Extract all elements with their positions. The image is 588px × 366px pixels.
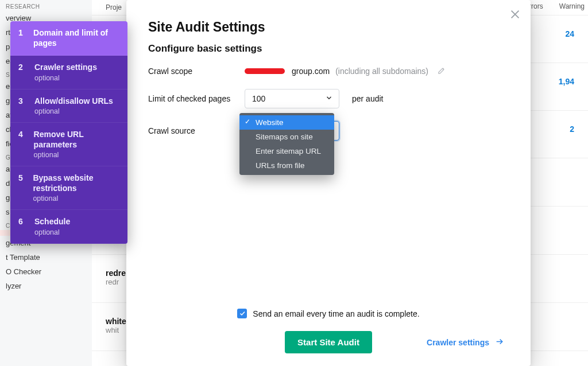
crawl-scope-label: Crawl scope xyxy=(148,67,245,76)
step-number: 1 xyxy=(18,28,25,48)
check-icon xyxy=(239,309,246,318)
row-warnings: 24 xyxy=(551,29,574,38)
step-title: Schedule xyxy=(34,217,70,227)
close-button[interactable] xyxy=(509,8,521,21)
crawl-source-option-sitemaps[interactable]: Sitemaps on site xyxy=(239,130,334,144)
step-number: 5 xyxy=(18,173,25,203)
step-number: 4 xyxy=(18,130,26,159)
step-subtitle: optional xyxy=(34,74,97,82)
crawl-source-option-enter-url[interactable]: Enter sitemap URL xyxy=(239,144,334,158)
arrow-right-icon xyxy=(495,337,504,348)
email-notify-row: Send an email every time an audit is com… xyxy=(148,309,509,318)
modal-subtitle: Configure basic settings xyxy=(148,43,509,54)
redacted-domain-prefix xyxy=(245,68,285,74)
crawler-settings-link-label: Crawler settings xyxy=(427,338,489,347)
crawl-source-option-from-file[interactable]: URLs from file xyxy=(239,158,334,173)
step-1[interactable]: 1Domain and limit of pages xyxy=(10,21,127,56)
step-number: 6 xyxy=(18,217,26,236)
step-number: 3 xyxy=(18,96,26,116)
step-subtitle: optional xyxy=(33,194,119,203)
close-icon xyxy=(509,13,521,22)
step-2[interactable]: 2Crawler settingsoptional xyxy=(10,56,127,89)
step-4[interactable]: 4Remove URL parametersoptional xyxy=(10,123,127,166)
crawl-scope-row: Crawl scope group.com (including all sub… xyxy=(148,66,509,76)
settings-stepper: 1Domain and limit of pages2Crawler setti… xyxy=(10,21,127,244)
bg-nav-item: O Checker xyxy=(0,264,92,279)
crawl-scope-note: (including all subdomains) xyxy=(335,67,428,76)
email-notify-checkbox[interactable] xyxy=(237,309,247,318)
bg-col-project: Proje xyxy=(106,3,122,11)
step-5[interactable]: 5Bypass website restrictionsoptional xyxy=(10,166,127,210)
bg-col-right-group: Errors Warning xyxy=(524,2,585,10)
row-name: white xyxy=(106,317,126,326)
row-sub: redr xyxy=(106,278,126,286)
limit-pages-suffix: per audit xyxy=(352,94,383,103)
modal-title: Site Audit Settings xyxy=(148,20,509,35)
chevron-down-icon xyxy=(325,94,333,104)
step-subtitle: optional xyxy=(34,107,113,115)
start-site-audit-button[interactable]: Start Site Audit xyxy=(285,331,372,353)
step-title: Crawler settings xyxy=(34,63,97,73)
pencil-icon xyxy=(438,66,446,76)
step-title: Remove URL parameters xyxy=(34,130,119,150)
row-warnings: 2 xyxy=(551,124,574,134)
limit-pages-select[interactable]: 100 xyxy=(245,89,339,108)
step-title: Domain and limit of pages xyxy=(33,28,119,48)
bg-nav-item: lyzer xyxy=(0,279,92,293)
bg-nav-category: Research xyxy=(0,0,92,11)
row-sub: whit xyxy=(106,326,126,334)
crawl-source-dropdown: Website Sitemaps on site Enter sitemap U… xyxy=(239,113,334,175)
site-audit-settings-modal: Site Audit Settings Configure basic sett… xyxy=(126,0,531,366)
bg-col-warnings: Warning xyxy=(559,2,585,10)
row-name: redre xyxy=(106,268,126,278)
step-6[interactable]: 6Scheduleoptional xyxy=(10,210,127,244)
row-warnings: 1,94 xyxy=(551,77,574,86)
crawl-source-label: Crawl source xyxy=(148,126,245,135)
modal-footer: Send an email every time an audit is com… xyxy=(148,309,509,353)
step-3[interactable]: 3Allow/disallow URLsoptional xyxy=(10,89,127,123)
crawl-source-option-website[interactable]: Website xyxy=(239,115,334,130)
step-subtitle: optional xyxy=(34,228,70,236)
limit-pages-value: 100 xyxy=(252,94,265,103)
crawler-settings-link[interactable]: Crawler settings xyxy=(427,337,504,348)
step-title: Bypass website restrictions xyxy=(33,173,119,193)
bg-nav-item: t Template xyxy=(0,250,92,264)
email-notify-label: Send an email every time an audit is com… xyxy=(253,309,419,318)
step-subtitle: optional xyxy=(34,151,119,159)
limit-pages-row: Limit of checked pages 100 per audit xyxy=(148,89,509,108)
edit-scope-button[interactable] xyxy=(438,66,446,76)
step-title: Allow/disallow URLs xyxy=(34,96,113,107)
crawl-scope-domain: group.com xyxy=(292,67,330,76)
limit-pages-label: Limit of checked pages xyxy=(148,94,245,103)
step-number: 2 xyxy=(18,63,26,82)
